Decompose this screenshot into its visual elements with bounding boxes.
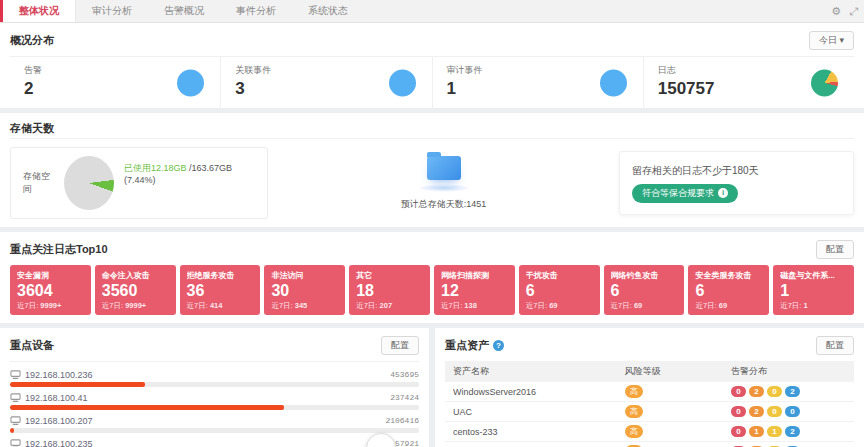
- device-row[interactable]: 192.168.100.207 2106416: [10, 413, 419, 433]
- device-ip: 192.168.100.41: [25, 393, 88, 403]
- gear-icon[interactable]: ⚙: [831, 5, 841, 18]
- alert-badge-low: 2: [785, 386, 800, 397]
- log-card-title: 安全漏洞: [17, 270, 84, 281]
- storage-days-label: 预计总存储天数:1451: [401, 198, 487, 211]
- log-card-value: 30: [271, 281, 338, 301]
- device-ip: 192.168.100.236: [25, 370, 93, 380]
- devices-config-button[interactable]: 配置: [381, 336, 419, 355]
- storage-days-block: 预计总存储天数:1451: [268, 147, 619, 219]
- log-card[interactable]: 干扰攻击6近7日: 69: [519, 265, 600, 315]
- log-card-title: 其它: [356, 270, 423, 281]
- asset-row[interactable]: UAC 高 0200: [445, 402, 854, 422]
- device-row[interactable]: 192.168.100.236 453695: [10, 367, 419, 387]
- log-card-title: 磁盘与文件系...: [780, 270, 847, 281]
- alert-badge-medium: 0: [767, 386, 782, 397]
- log-card[interactable]: 网络扫描探测12近7日: 138: [434, 265, 515, 315]
- computer-icon: [10, 370, 21, 380]
- blue-circle-icon: [389, 69, 416, 96]
- device-row[interactable]: 192.168.100.41 237424: [10, 390, 419, 410]
- stat-audit-events[interactable]: 审计事件 1: [432, 57, 643, 108]
- device-row[interactable]: 192.168.100.235 2157921: [10, 436, 419, 447]
- assets-title: 重点资产?: [445, 338, 504, 353]
- info-icon: i: [718, 188, 728, 198]
- risk-badge: 高: [625, 385, 643, 398]
- computer-icon: [10, 416, 21, 426]
- col-asset-name: 资产名称: [445, 361, 617, 382]
- asset-row[interactable]: WindowsServer2016 高 0202: [445, 382, 854, 402]
- risk-badge: 高: [625, 425, 643, 438]
- alert-badge-low: 0: [785, 406, 800, 417]
- device-bar-fill: [10, 405, 284, 410]
- blue-circle-icon: [177, 69, 204, 96]
- top-tab-bar: 整体状况 审计分析 告警概况 事件分析 系统状态 ⚙ ⤢: [0, 0, 864, 23]
- alert-badge-critical: 0: [731, 406, 746, 417]
- top-logs-cards: 安全漏洞3604近7日: 9999+ 命令注入攻击3560近7日: 9999+ …: [10, 265, 854, 315]
- overview-title: 概况分布: [10, 33, 54, 48]
- date-range-dropdown[interactable]: 今日 ▾: [809, 31, 854, 50]
- stat-correlated-events[interactable]: 关联事件 3: [220, 57, 431, 108]
- alert-badge-high: 1: [749, 426, 764, 437]
- top-logs-title: 重点关注日志Top10: [10, 242, 108, 257]
- log-card-title: 安全类服务攻击: [695, 270, 762, 281]
- log-card-value: 1: [780, 281, 847, 301]
- top-logs-config-button[interactable]: 配置: [816, 240, 854, 259]
- asset-name: WindowsServer2016: [445, 382, 617, 402]
- compliance-label: 符合等保合规要求: [642, 187, 714, 200]
- log-card-title: 拒绝服务攻击: [187, 270, 254, 281]
- log-card-value: 36: [187, 281, 254, 301]
- compliance-pill-button[interactable]: 符合等保合规要求 i: [632, 184, 738, 203]
- storage-usage-text: 已使用12.18GB /163.67GB (7.44%): [124, 162, 255, 185]
- log-card[interactable]: 安全漏洞3604近7日: 9999+: [10, 265, 91, 315]
- help-icon[interactable]: ?: [493, 340, 504, 351]
- storage-section: 存储天数 存储空间 已使用12.18GB /163.67GB (7.44%) 预…: [0, 113, 864, 227]
- col-risk-level: 风险等级: [617, 361, 723, 382]
- device-count: 2106416: [385, 416, 419, 425]
- log-card[interactable]: 磁盘与文件系...1近7日: 1: [773, 265, 854, 315]
- asset-row[interactable]: centos-233 高 0112: [445, 422, 854, 442]
- computer-icon: [10, 439, 21, 447]
- device-bar-fill: [10, 382, 145, 387]
- device-ip: 192.168.100.235: [25, 439, 93, 447]
- assets-config-button[interactable]: 配置: [816, 336, 854, 355]
- log-card-value: 3560: [102, 281, 169, 301]
- log-card-value: 12: [441, 281, 508, 301]
- device-bar-track: [10, 382, 419, 387]
- log-card-value: 3604: [17, 281, 84, 301]
- compliance-card: 留存相关的日志不少于180天 符合等保合规要求 i: [619, 151, 854, 215]
- storage-pie-chart: [64, 156, 114, 210]
- tab-audit-analysis[interactable]: 审计分析: [76, 0, 148, 22]
- storage-used-text: 已使用12.18GB: [124, 163, 187, 173]
- tab-overall-status[interactable]: 整体状况: [0, 0, 76, 22]
- log-card-title: 网络扫描探测: [441, 270, 508, 281]
- overview-section: 概况分布 今日 ▾ 告警 2 关联事件 3 审计事件 1 日志 150757: [0, 23, 864, 108]
- alert-badge-high: 2: [749, 386, 764, 397]
- assets-table: 资产名称 风险等级 告警分布 WindowsServer2016 高 0202 …: [445, 361, 854, 447]
- expand-icon[interactable]: ⤢: [849, 5, 858, 18]
- log-card[interactable]: 拒绝服务攻击36近7日: 414: [180, 265, 261, 315]
- tab-alert-summary[interactable]: 告警概况: [148, 0, 220, 22]
- top-logs-section: 重点关注日志Top10 配置 安全漏洞3604近7日: 9999+ 命令注入攻击…: [0, 232, 864, 323]
- tab-system-status[interactable]: 系统状态: [292, 0, 364, 22]
- log-card-value: 6: [695, 281, 762, 301]
- log-card-title: 非法访问: [271, 270, 338, 281]
- log-card[interactable]: 命令注入攻击3560近7日: 9999+: [95, 265, 176, 315]
- tab-event-analysis[interactable]: 事件分析: [220, 0, 292, 22]
- log-card[interactable]: 网络钓鱼攻击6近7日: 69: [604, 265, 685, 315]
- log-card[interactable]: 非法访问30近7日: 345: [264, 265, 345, 315]
- storage-space-label: 存储空间: [23, 170, 56, 196]
- log-card-value: 6: [526, 281, 593, 301]
- storage-space-card: 存储空间 已使用12.18GB /163.67GB (7.44%): [10, 147, 268, 219]
- stat-logs[interactable]: 日志 150757: [643, 57, 854, 108]
- alert-badge-medium: 0: [767, 406, 782, 417]
- risk-badge: 高: [625, 405, 643, 418]
- stat-alerts[interactable]: 告警 2: [10, 57, 220, 108]
- alert-badge-critical: 0: [731, 386, 746, 397]
- log-card[interactable]: 其它18近7日: 207: [349, 265, 430, 315]
- alert-badge-low: 2: [785, 426, 800, 437]
- log-card-title: 命令注入攻击: [102, 270, 169, 281]
- device-bar-fill: [10, 428, 14, 433]
- log-card-value: 6: [611, 281, 678, 301]
- log-card[interactable]: 安全类服务攻击6近7日: 69: [688, 265, 769, 315]
- asset-row[interactable]: Windows7 高 0102: [445, 442, 854, 447]
- blue-circle-icon: [600, 69, 627, 96]
